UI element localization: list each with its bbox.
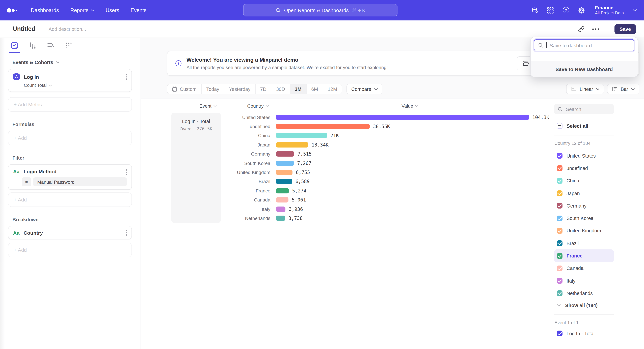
global-search-button[interactable]: Open Reports & Dashboards ⌘ + K	[243, 4, 398, 16]
kebab-menu-icon[interactable]	[126, 230, 127, 236]
compare-button[interactable]: Compare	[347, 84, 382, 94]
report-title[interactable]: Untitled	[13, 25, 35, 32]
date-range-option[interactable]: 12M	[323, 84, 342, 94]
date-range-custom[interactable]: Custom	[167, 84, 202, 94]
flows-tab-icon[interactable]	[46, 38, 55, 53]
kebab-menu-icon[interactable]	[126, 74, 127, 80]
date-range-option[interactable]: Yesterday	[224, 84, 256, 94]
metric-card[interactable]: A Log In Count Total	[8, 69, 132, 92]
help-icon[interactable]: ?	[563, 7, 569, 13]
filter-card[interactable]: Aa Login Method = Manual Password	[8, 164, 132, 190]
chart-type-button[interactable]: Bar	[607, 84, 639, 94]
events-cohorts-heading[interactable]: Events & Cohorts	[12, 60, 132, 65]
bar[interactable]	[276, 124, 370, 129]
nav-reports[interactable]: Reports	[70, 7, 94, 13]
bar[interactable]	[276, 114, 529, 120]
save-to-new-dashboard-button[interactable]: Save to New Dashboard	[531, 61, 638, 77]
checkbox[interactable]	[557, 215, 562, 221]
date-range-option[interactable]: Today	[202, 84, 224, 94]
breakdown-property-name[interactable]: Country	[24, 230, 43, 236]
add-filter-button[interactable]: + Add	[8, 192, 132, 207]
show-all-toggle[interactable]: Show all (184)	[554, 300, 639, 310]
bar[interactable]	[276, 188, 289, 193]
chevron-down-icon	[557, 304, 560, 307]
checkbox[interactable]	[557, 291, 562, 296]
select-all-row[interactable]: Select all	[554, 122, 639, 129]
date-range-option[interactable]: 7D	[256, 84, 271, 94]
bar[interactable]	[276, 206, 286, 212]
retention-tab-icon[interactable]	[64, 38, 73, 53]
date-range-option[interactable]: 6M	[306, 84, 323, 94]
save-button[interactable]: Save	[614, 24, 636, 34]
country-filter-row[interactable]: United Kingdom	[554, 225, 614, 237]
country-filter-row[interactable]: undefined	[554, 162, 614, 175]
kebab-menu-icon[interactable]	[126, 169, 127, 175]
ellipsis-menu-icon[interactable]	[592, 28, 600, 30]
filter-operator[interactable]: =	[22, 177, 31, 186]
checkbox[interactable]	[557, 165, 562, 171]
checkbox[interactable]	[557, 153, 562, 159]
country-filter-row[interactable]: France	[554, 250, 614, 262]
insights-tab-icon[interactable]	[10, 38, 19, 53]
data-management-icon[interactable]	[531, 7, 538, 14]
event-checkbox[interactable]	[557, 331, 562, 336]
metric-name[interactable]: Log In	[24, 74, 39, 80]
bar[interactable]	[276, 133, 327, 138]
aggregation-selector[interactable]: Count Total	[24, 83, 127, 88]
breakdown-card[interactable]: Aa Country	[8, 226, 132, 239]
date-range-option[interactable]: 3M	[290, 84, 306, 94]
country-filter-row[interactable]: Japan	[554, 187, 614, 200]
checkbox[interactable]	[557, 203, 562, 209]
bar[interactable]	[276, 179, 292, 184]
filter-value[interactable]: Manual Password	[33, 177, 127, 186]
filter-property-name[interactable]: Login Method	[24, 169, 56, 174]
link-icon[interactable]	[578, 26, 585, 32]
settings-gear-icon[interactable]	[578, 7, 585, 14]
column-header-country[interactable]: Country	[247, 103, 269, 109]
bar[interactable]	[276, 170, 292, 175]
column-header-value[interactable]: Value	[402, 103, 418, 109]
nav-events[interactable]: Events	[131, 7, 146, 13]
country-filter-row[interactable]: South Korea	[554, 212, 614, 225]
project-switcher[interactable]: Finance All Project Data	[595, 4, 624, 16]
series-search[interactable]	[554, 104, 614, 114]
date-range-option[interactable]: 30D	[271, 84, 290, 94]
bar[interactable]	[276, 142, 308, 147]
bar[interactable]	[276, 151, 294, 157]
select-all-checkbox[interactable]	[557, 123, 562, 129]
chevron-down-icon[interactable]	[632, 9, 636, 11]
country-filter-row[interactable]: Germany	[554, 199, 614, 212]
nav-dashboards[interactable]: Dashboards	[31, 7, 59, 13]
string-property-icon: Aa	[13, 230, 20, 236]
column-header-event[interactable]: Event	[200, 103, 216, 109]
scale-selector-button[interactable]: Linear	[566, 84, 604, 94]
funnels-tab-icon[interactable]	[28, 38, 37, 53]
country-filter-row[interactable]: Brazil	[554, 237, 614, 250]
save-dashboard-search[interactable]: Save to dashboard...	[534, 39, 634, 51]
checkbox[interactable]	[557, 228, 562, 234]
nav-users[interactable]: Users	[106, 7, 119, 13]
event-filter-row[interactable]: Log In - Total	[554, 329, 639, 338]
country-filter-row[interactable]: Netherlands	[554, 287, 614, 300]
country-filter-row[interactable]: China	[554, 174, 614, 187]
add-description[interactable]: + Add description...	[44, 26, 86, 32]
checkbox[interactable]	[557, 278, 562, 284]
checkbox[interactable]	[557, 266, 562, 271]
country-filter-row[interactable]: Italy	[554, 275, 614, 287]
country-filter-row[interactable]: United States	[554, 150, 614, 162]
bar[interactable]	[276, 197, 288, 203]
country-filter-row[interactable]: Canada	[554, 262, 614, 275]
banner-subtitle: All the reports you see are powered by a…	[186, 64, 388, 70]
add-breakdown-button[interactable]: + Add	[8, 243, 132, 257]
checkbox[interactable]	[557, 178, 562, 184]
bar[interactable]	[276, 160, 294, 166]
series-search-input[interactable]	[565, 106, 609, 112]
add-metric-button[interactable]: + Add Metric	[8, 97, 132, 112]
checkbox[interactable]	[557, 190, 562, 196]
mixpanel-logo-icon[interactable]	[7, 7, 19, 13]
checkbox[interactable]	[557, 240, 562, 246]
add-formula-button[interactable]: + Add	[8, 131, 132, 145]
bar[interactable]	[276, 216, 285, 221]
apps-grid-icon[interactable]	[547, 7, 554, 14]
checkbox[interactable]	[557, 253, 562, 259]
